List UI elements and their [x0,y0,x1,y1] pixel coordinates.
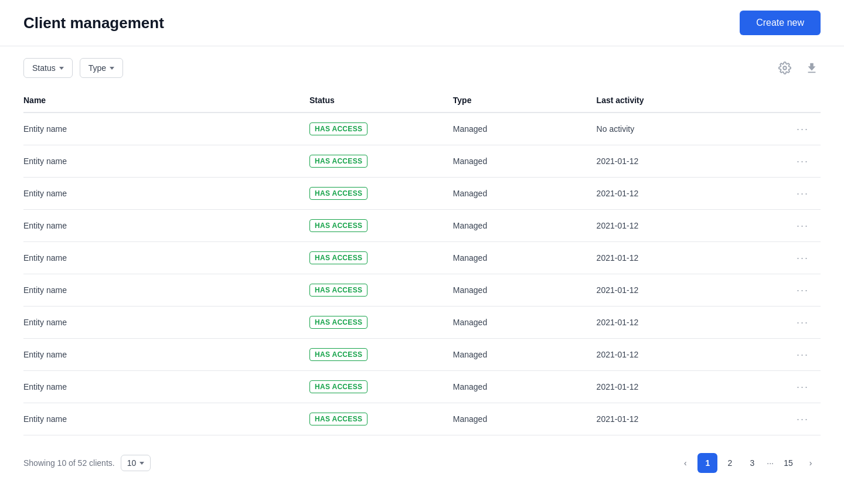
next-page-button[interactable]: › [801,453,821,473]
more-menu-button[interactable]: ··· [792,379,814,394]
more-menu-button[interactable]: ··· [792,186,814,201]
cell-status: HAS ACCESS [302,274,446,307]
status-badge: HAS ACCESS [309,284,367,297]
cell-type: Managed [446,113,590,145]
cell-status: HAS ACCESS [302,178,446,210]
cell-name: Entity name [23,178,302,210]
cell-last-activity: 2021-01-12 [590,145,765,178]
cell-type: Managed [446,178,590,210]
cell-actions: ··· [765,274,821,307]
status-badge: HAS ACCESS [309,348,367,361]
toolbar: Status Type [0,46,844,90]
status-badge: HAS ACCESS [309,413,367,425]
type-filter-label: Type [89,63,106,73]
cell-type: Managed [446,145,590,178]
cell-status: HAS ACCESS [302,307,446,339]
status-badge: HAS ACCESS [309,251,367,264]
showing-text: Showing 10 of 52 clients. [23,458,115,468]
status-badge: HAS ACCESS [309,316,367,329]
cell-type: Managed [446,242,590,274]
col-header-name: Name [23,90,302,113]
status-filter-label: Status [32,63,56,73]
cell-status: HAS ACCESS [302,210,446,242]
svg-point-0 [783,66,787,70]
more-menu-button[interactable]: ··· [792,411,814,427]
page-ellipsis: ··· [764,458,776,468]
cell-name: Entity name [23,242,302,274]
per-page-selector[interactable]: 10 [121,455,151,471]
table-row: Entity nameHAS ACCESSManaged2021-01-12··… [23,242,821,274]
more-menu-button[interactable]: ··· [792,250,814,265]
cell-name: Entity name [23,145,302,178]
more-menu-button[interactable]: ··· [792,315,814,330]
status-badge: HAS ACCESS [309,155,367,168]
cell-actions: ··· [765,339,821,371]
create-new-button[interactable]: Create new [740,11,821,35]
page-header: Client management Create new [0,0,844,46]
cell-type: Managed [446,274,590,307]
page-button-2[interactable]: 2 [720,453,740,473]
cell-last-activity: No activity [590,113,765,145]
table-row: Entity nameHAS ACCESSManaged2021-01-12··… [23,307,821,339]
cell-type: Managed [446,403,590,435]
table-row: Entity nameHAS ACCESSManagedNo activity·… [23,113,821,145]
more-menu-button[interactable]: ··· [792,282,814,298]
clients-table: Name Status Type Last activity Entity na… [23,90,821,435]
table-row: Entity nameHAS ACCESSManaged2021-01-12··… [23,145,821,178]
cell-name: Entity name [23,371,302,403]
toolbar-actions [776,59,821,77]
col-header-actions [765,90,821,113]
page-title: Client management [23,14,164,32]
status-badge: HAS ACCESS [309,380,367,393]
cell-actions: ··· [765,145,821,178]
table-row: Entity nameHAS ACCESSManaged2021-01-12··… [23,403,821,435]
cell-name: Entity name [23,113,302,145]
cell-last-activity: 2021-01-12 [590,210,765,242]
cell-status: HAS ACCESS [302,145,446,178]
cell-type: Managed [446,307,590,339]
cell-status: HAS ACCESS [302,339,446,371]
col-header-activity: Last activity [590,90,765,113]
cell-last-activity: 2021-01-12 [590,178,765,210]
cell-type: Managed [446,339,590,371]
cell-last-activity: 2021-01-12 [590,371,765,403]
footer-showing: Showing 10 of 52 clients. 10 [23,455,151,471]
chevron-down-icon [59,67,64,70]
download-button[interactable] [803,59,821,77]
cell-last-activity: 2021-01-12 [590,339,765,371]
col-header-type: Type [446,90,590,113]
page-button-15[interactable]: 15 [778,453,798,473]
status-filter-button[interactable]: Status [23,58,73,78]
chevron-down-icon [110,67,114,70]
table-header: Name Status Type Last activity [23,90,821,113]
cell-name: Entity name [23,403,302,435]
cell-last-activity: 2021-01-12 [590,403,765,435]
table-row: Entity nameHAS ACCESSManaged2021-01-12··… [23,178,821,210]
cell-actions: ··· [765,210,821,242]
table-row: Entity nameHAS ACCESSManaged2021-01-12··… [23,371,821,403]
status-badge: HAS ACCESS [309,187,367,200]
prev-page-button[interactable]: ‹ [675,453,695,473]
page-button-3[interactable]: 3 [742,453,762,473]
settings-button[interactable] [776,59,794,77]
cell-type: Managed [446,371,590,403]
cell-actions: ··· [765,403,821,435]
cell-actions: ··· [765,307,821,339]
table-body: Entity nameHAS ACCESSManagedNo activity·… [23,113,821,435]
type-filter-button[interactable]: Type [80,58,123,78]
page-button-1[interactable]: 1 [697,453,717,473]
table-container: Name Status Type Last activity Entity na… [0,90,844,435]
per-page-value: 10 [127,458,137,468]
cell-status: HAS ACCESS [302,371,446,403]
cell-last-activity: 2021-01-12 [590,242,765,274]
status-badge: HAS ACCESS [309,122,367,135]
cell-status: HAS ACCESS [302,113,446,145]
more-menu-button[interactable]: ··· [792,154,814,169]
download-icon [805,62,818,74]
col-header-status: Status [302,90,446,113]
more-menu-button[interactable]: ··· [792,218,814,233]
cell-actions: ··· [765,371,821,403]
more-menu-button[interactable]: ··· [792,347,814,362]
more-menu-button[interactable]: ··· [792,121,814,137]
pagination: ‹ 1 2 3 ··· 15 › [675,453,821,473]
